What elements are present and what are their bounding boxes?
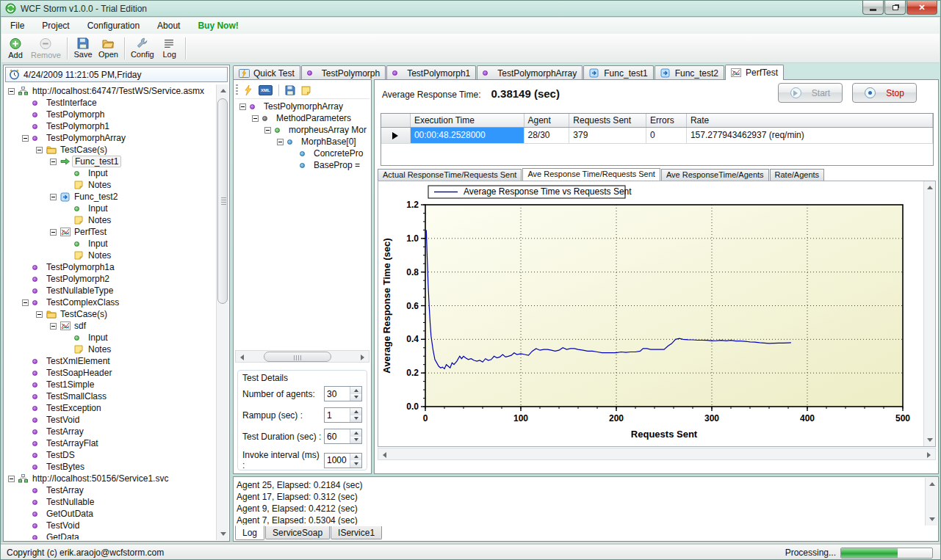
spin-up-icon[interactable] [350, 387, 361, 394]
chart-tab-actual-responsetime-requests-sent[interactable]: Actual ResponseTime/Requests Sent [378, 169, 522, 181]
service-tree-item[interactable]: Func_test1 [5, 156, 215, 167]
spinner-input[interactable] [325, 408, 350, 422]
service-tree-item[interactable]: Test1Simple [5, 379, 215, 390]
tab-testpolymorph1[interactable]: TestPolymorph1 [386, 65, 476, 80]
collapse-icon[interactable] [8, 476, 15, 482]
service-tree-item[interactable]: Func_test2 [5, 191, 215, 203]
notes-icon[interactable] [301, 86, 311, 95]
grid-cell[interactable]: 28/30 [524, 128, 570, 143]
run-bolt-icon[interactable] [244, 85, 253, 95]
param-tree-item[interactable]: MorphBase[0] [237, 136, 369, 148]
service-tree-item[interactable]: TestPolymorph [5, 109, 215, 120]
service-tree-item[interactable]: TestCase(s) [5, 308, 215, 320]
collapse-icon[interactable] [8, 88, 15, 95]
grid-cell[interactable]: 379 [569, 128, 646, 143]
spinner-rampup-sec[interactable] [324, 407, 362, 423]
param-tree-item[interactable]: morpheusArray Mor [237, 124, 369, 136]
collapse-icon[interactable] [22, 135, 29, 142]
param-tree-item[interactable]: ConcretePro [237, 148, 369, 159]
collapse-icon[interactable] [252, 115, 259, 122]
param-tree-item[interactable]: TestPolymorphArray [237, 101, 369, 112]
grid-col-errors[interactable]: Errors [646, 114, 687, 127]
param-tree-item[interactable]: BaseProp = [237, 159, 369, 171]
spinner-input[interactable] [325, 387, 350, 401]
spin-down-icon[interactable] [350, 415, 361, 423]
chart-tab-ave-response-time-requests-sent[interactable]: Ave Response Time/Requests Sent [522, 168, 660, 181]
save-test-icon[interactable] [285, 85, 295, 95]
log-button[interactable]: Log [157, 35, 182, 62]
log-tab-iservice1[interactable]: IService1 [331, 526, 382, 539]
restore-button[interactable] [884, 1, 906, 15]
service-tree-item[interactable]: PerfTest [5, 226, 215, 238]
minimize-button[interactable] [862, 1, 884, 15]
tab-testpolymorph[interactable]: TestPolymorph [301, 65, 386, 80]
tab-testpolymorpharray[interactable]: TestPolymorphArray [477, 65, 583, 80]
menu-file[interactable]: File [1, 18, 33, 33]
service-tree-item[interactable]: TestPolymorph1a [5, 261, 215, 273]
collapse-icon[interactable] [277, 139, 284, 145]
grid-cell[interactable]: 0 [646, 128, 687, 143]
service-tree-item[interactable]: TestSmallClass [5, 390, 215, 402]
log-output[interactable]: Agent 25, Elapsed: 0.2184 (sec)Agent 17,… [237, 479, 923, 525]
tab-quick-test[interactable]: Quick Test [233, 65, 300, 80]
service-tree-item[interactable]: Input [5, 203, 215, 214]
spin-down-icon[interactable] [350, 394, 361, 401]
config-button[interactable]: Config [128, 35, 157, 62]
service-tree-item[interactable]: Notes [5, 214, 215, 226]
service-tree-item[interactable]: TestPolymorphArray [5, 132, 215, 144]
service-tree-item[interactable]: http://localhost:64747/TestWS/Service.as… [5, 85, 215, 97]
grid-col-execution-time[interactable]: Execution Time [411, 114, 524, 127]
service-tree-item[interactable]: TestArray [5, 484, 215, 496]
open-button[interactable]: Open [95, 35, 121, 62]
service-tree-item[interactable]: TestSoapHeader [5, 367, 215, 379]
collapse-icon[interactable] [239, 103, 246, 110]
parameters-hscrollbar[interactable] [235, 350, 369, 363]
tab-perftest[interactable]: PerfTest [725, 65, 784, 80]
xml-view-icon[interactable]: XML [259, 85, 273, 95]
service-tree-item[interactable]: TestPolymorph1 [5, 120, 215, 132]
spinner-number-of-agents[interactable] [324, 386, 362, 401]
service-tree-item[interactable]: http://localhost:50156/Service1.svc [5, 473, 215, 484]
save-button[interactable]: Save [71, 35, 95, 62]
service-tree-item[interactable]: Notes [5, 343, 215, 355]
service-tree-item[interactable]: TestArrayFlat [5, 437, 215, 449]
service-tree-item[interactable]: Input [5, 167, 215, 179]
chart-tab-ave-responsetime-agents[interactable]: Ave ResponseTime/Agents [661, 169, 769, 181]
log-tab-servicesoap[interactable]: ServiceSoap [265, 526, 330, 539]
collapse-icon[interactable] [36, 147, 43, 153]
service-tree-scrollbar[interactable] [216, 84, 228, 540]
spinner-invoke-interval-ms[interactable] [324, 453, 362, 468]
service-tree-item[interactable]: GetData [5, 531, 215, 539]
service-tree-item[interactable]: TestArray [5, 426, 215, 437]
service-tree-item[interactable]: Input [5, 238, 215, 250]
collapse-icon[interactable] [22, 299, 29, 306]
service-tree-item[interactable]: TestBytes [5, 461, 215, 473]
log-tab-log[interactable]: Log [235, 526, 264, 540]
collapse-icon[interactable] [36, 311, 43, 318]
start-button[interactable]: Start [778, 83, 843, 103]
row-selector[interactable] [381, 128, 411, 143]
chart-hscrollbar[interactable] [378, 448, 936, 460]
spin-up-icon[interactable] [350, 429, 361, 437]
chart-tab-rate-agents[interactable]: Rate/Agents [770, 169, 825, 181]
collapse-icon[interactable] [50, 229, 57, 236]
menu-project[interactable]: Project [33, 18, 78, 33]
service-tree-item[interactable]: GetOutData [5, 508, 215, 520]
service-tree-item[interactable]: TestNullableType [5, 285, 215, 297]
service-tree-item[interactable]: TestXmlElement [5, 355, 215, 367]
service-tree-item[interactable]: TestException [5, 402, 215, 414]
collapse-icon[interactable] [50, 159, 57, 165]
service-tree-item[interactable]: Notes [5, 179, 215, 191]
param-tree-item[interactable]: MethodParameters [237, 112, 369, 124]
menu-buy-now[interactable]: Buy Now! [189, 18, 247, 33]
service-tree-item[interactable]: Notes [5, 250, 215, 261]
service-tree-item[interactable]: TestPolymorph2 [5, 273, 215, 285]
tab-func-test2[interactable]: Func_test2 [655, 65, 724, 80]
spin-up-icon[interactable] [350, 454, 361, 461]
spinner-input[interactable] [325, 429, 350, 443]
log-vscrollbar[interactable] [925, 478, 937, 526]
grid-col-agent[interactable]: Agent [524, 114, 570, 127]
stop-button[interactable]: Stop [852, 83, 917, 103]
service-tree-item[interactable]: Input [5, 332, 215, 343]
grid-cell[interactable]: 00:00:48.2528000 [411, 128, 524, 143]
